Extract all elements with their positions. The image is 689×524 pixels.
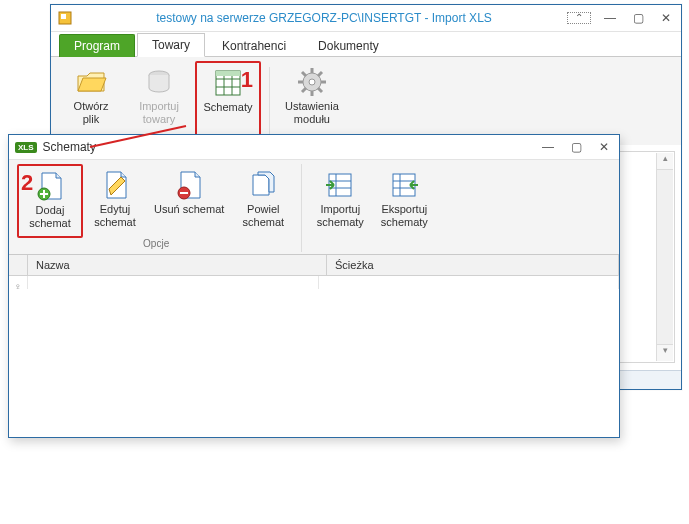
tab-dokumenty[interactable]: Dokumenty <box>303 34 394 57</box>
table-import-icon <box>324 169 356 201</box>
minimize-icon[interactable]: — <box>539 141 557 153</box>
tab-towary[interactable]: Towary <box>137 33 205 57</box>
grid-row-selector-header[interactable] <box>9 255 28 275</box>
ribbon-group-io: Importuj schematy Eksportuj schematy <box>308 164 442 252</box>
main-tabs: Program Towary Kontrahenci Dokumenty <box>51 32 681 57</box>
edytuj-schemat-label: Edytuj schemat <box>94 203 136 228</box>
schematy-window-title: Schematy <box>43 140 539 154</box>
grid-col-sciezka[interactable]: Ścieżka <box>327 255 619 275</box>
minimize-icon[interactable]: — <box>601 12 619 24</box>
dodaj-schemat-button[interactable]: 2 Dodaj schemat <box>17 164 83 238</box>
app-icon <box>57 10 73 26</box>
maximize-icon[interactable]: ▢ <box>567 141 585 153</box>
svg-rect-8 <box>216 71 240 76</box>
document-delete-icon <box>173 169 205 201</box>
tab-kontrahenci[interactable]: Kontrahenci <box>207 34 301 57</box>
database-import-icon <box>143 66 175 98</box>
schematy-ribbon: 2 Dodaj schemat Edytuj schemat <box>9 160 619 255</box>
svg-rect-1 <box>61 14 66 19</box>
schematy-window: XLS Schematy — ▢ ✕ 2 Dodaj schemat <box>8 134 620 438</box>
svg-line-17 <box>302 88 306 92</box>
powiel-schemat-button[interactable]: Powiel schemat <box>231 164 295 238</box>
close-icon[interactable]: ✕ <box>595 141 613 153</box>
document-add-icon <box>34 170 66 202</box>
ribbon-separator <box>269 67 270 141</box>
document-duplicate-icon <box>247 169 279 201</box>
usun-schemat-button[interactable]: Usuń schemat <box>147 164 231 238</box>
folder-open-icon <box>75 66 107 98</box>
svg-line-16 <box>318 88 322 92</box>
tab-program[interactable]: Program <box>59 34 135 57</box>
importuj-schematy-label: Importuj schematy <box>317 203 364 228</box>
dodaj-schemat-label: Dodaj schemat <box>29 204 71 229</box>
maximize-icon[interactable]: ▢ <box>629 12 647 24</box>
grid-header: Nazwa Ścieżka <box>9 255 619 276</box>
importuj-schematy-button[interactable]: Importuj schematy <box>308 164 372 238</box>
main-titlebar: testowy na serwerze GRZEGORZ-PC\INSERTGT… <box>51 5 681 32</box>
ribbon-group-label: Opcje <box>17 238 295 252</box>
xls-badge-icon: XLS <box>15 142 37 153</box>
schematy-titlebar: XLS Schematy — ▢ ✕ <box>9 135 619 160</box>
main-scrollbar[interactable]: ▴ ▾ <box>656 153 673 361</box>
svg-line-18 <box>318 72 322 76</box>
scroll-up-icon[interactable]: ▴ <box>657 153 673 170</box>
scroll-down-icon[interactable]: ▾ <box>657 344 673 361</box>
callout-one: 1 <box>241 67 253 93</box>
document-edit-icon <box>99 169 131 201</box>
schematy-label: Schematy <box>204 101 253 114</box>
gear-icon <box>296 66 328 98</box>
svg-point-10 <box>309 79 315 85</box>
importuj-towary-label: Importuj towary <box>139 100 179 125</box>
eksportuj-schematy-label: Eksportuj schematy <box>381 203 428 228</box>
otworz-plik-label: Otwórz plik <box>74 100 109 125</box>
edytuj-schemat-button[interactable]: Edytuj schemat <box>83 164 147 238</box>
eksportuj-schematy-button[interactable]: Eksportuj schematy <box>372 164 436 238</box>
powiel-schemat-label: Powiel schemat <box>243 203 285 228</box>
ribbon-group-label-empty <box>308 238 436 252</box>
svg-line-15 <box>302 72 306 76</box>
schema-grid-icon <box>212 67 244 99</box>
main-window-controls: ⌃ — ▢ ✕ <box>567 12 675 24</box>
usun-schemat-label: Usuń schemat <box>154 203 224 216</box>
callout-two: 2 <box>21 170 33 196</box>
grid-body <box>9 289 619 437</box>
grid-col-nazwa[interactable]: Nazwa <box>28 255 327 275</box>
ribbon-group-opcje: 2 Dodaj schemat Edytuj schemat <box>17 164 302 252</box>
close-icon[interactable]: ✕ <box>657 12 675 24</box>
ribbon-collapse-icon[interactable]: ⌃ <box>567 12 591 24</box>
ustawienia-modulu-label: Ustawienia modułu <box>285 100 339 125</box>
main-window-title: testowy na serwerze GRZEGORZ-PC\INSERTGT… <box>81 11 567 25</box>
schematy-window-controls: — ▢ ✕ <box>539 141 613 153</box>
table-export-icon <box>388 169 420 201</box>
